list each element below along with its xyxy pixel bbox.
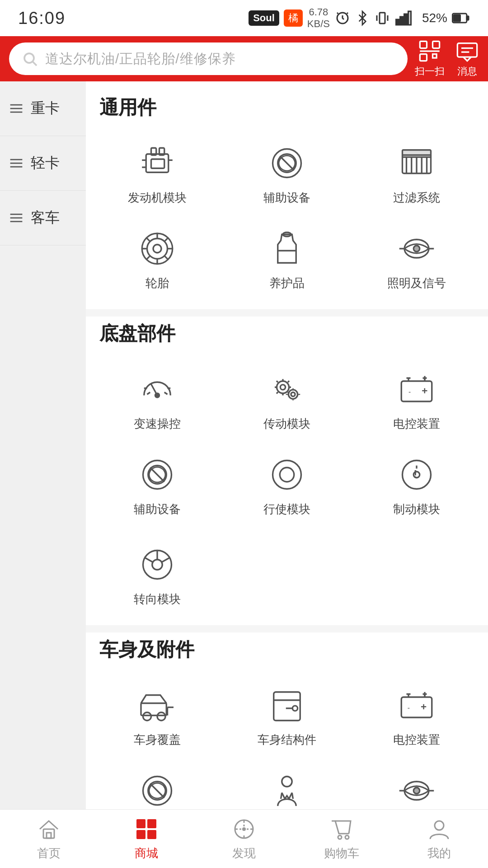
svg-rect-11 xyxy=(420,41,427,48)
svg-rect-13 xyxy=(420,54,427,61)
svg-text:+: + xyxy=(422,385,427,396)
svg-point-134 xyxy=(338,835,342,839)
driving-icon xyxy=(267,454,307,495)
nav-discover[interactable]: 发现 xyxy=(210,816,278,861)
driver-icon xyxy=(267,770,307,811)
svg-rect-32 xyxy=(151,159,164,168)
section-title-chassis: 底盘部件 xyxy=(99,321,479,346)
svg-point-70 xyxy=(288,390,297,399)
svg-point-96 xyxy=(157,712,165,721)
svg-rect-2 xyxy=(396,19,399,25)
scan-button[interactable]: 扫一扫 xyxy=(415,39,445,78)
home-icon xyxy=(36,816,61,842)
message-label: 消息 xyxy=(457,65,477,78)
sidebar-item-heavy-truck[interactable]: 重卡 xyxy=(0,81,86,136)
item-transmission-control[interactable]: 变速操控 xyxy=(95,360,220,441)
svg-line-64 xyxy=(147,392,150,395)
juanpi-app-icon: 橘 xyxy=(284,9,303,27)
search-input-wrap[interactable]: 道达尔机油/正品轮胎/维修保养 xyxy=(9,42,408,75)
item-body-structure[interactable]: 车身结构件 xyxy=(225,676,350,757)
svg-text:!: ! xyxy=(413,468,417,480)
nav-mall[interactable]: 商城 xyxy=(113,816,180,861)
sidebar-item-bus[interactable]: 客车 xyxy=(0,191,86,245)
steering-icon xyxy=(137,544,178,585)
svg-point-136 xyxy=(435,821,444,830)
sidebar-item-light-truck[interactable]: 轻卡 xyxy=(0,136,86,191)
lighting2-icon xyxy=(396,770,437,811)
svg-rect-123 xyxy=(136,830,145,839)
cart-icon xyxy=(329,816,354,842)
battery-icon xyxy=(452,10,470,26)
divider-1 xyxy=(86,309,488,316)
scan-icon xyxy=(418,39,441,63)
nav-mine[interactable]: 我的 xyxy=(405,816,473,861)
vibrate-icon xyxy=(374,10,390,26)
brake-icon: ! xyxy=(396,454,437,495)
lighting-icon xyxy=(396,228,437,269)
item-auxiliary2[interactable]: 辅助设备 xyxy=(95,445,220,526)
svg-point-100 xyxy=(292,706,297,711)
item-auxiliary[interactable]: 辅助设备 xyxy=(225,134,350,215)
nav-home[interactable]: 首页 xyxy=(15,816,83,861)
battery-terminal2-icon: - + xyxy=(396,685,437,726)
svg-point-83 xyxy=(272,461,301,489)
divider-2 xyxy=(86,625,488,632)
item-steering-module[interactable]: 转向模块 xyxy=(95,535,220,616)
search-bar: 道达尔机油/正品轮胎/维修保养 扫一扫 消息 xyxy=(0,36,488,81)
search-actions: 扫一扫 消息 xyxy=(415,39,479,78)
grid-chassis-parts: 变速操控 传动模块 xyxy=(95,360,479,526)
nav-mall-label: 商城 xyxy=(135,845,158,861)
soul-app-icon: Soul xyxy=(249,10,279,26)
item-drive-module[interactable]: 传动模块 xyxy=(225,360,350,441)
search-icon xyxy=(22,51,38,67)
item-transmission-control-label: 变速操控 xyxy=(134,416,181,432)
item-electronic-control-label: 电控装置 xyxy=(393,416,440,432)
svg-rect-15 xyxy=(457,43,477,57)
svg-point-71 xyxy=(291,392,295,396)
svg-text:+: + xyxy=(421,701,427,712)
svg-point-84 xyxy=(280,467,294,482)
item-electronic-control2[interactable]: - + 电控装置 xyxy=(354,676,479,757)
item-brake-module[interactable]: ! 制动模块 xyxy=(354,445,479,526)
section-general-parts: 通用件 发动机模块 xyxy=(95,95,479,300)
grid-general-parts: 发动机模块 辅助设备 xyxy=(95,134,479,300)
oil-icon xyxy=(267,228,307,269)
svg-line-52 xyxy=(146,238,150,241)
svg-point-135 xyxy=(345,835,349,839)
speedometer-icon xyxy=(137,369,178,410)
item-engine-module[interactable]: 发动机模块 xyxy=(95,134,220,215)
svg-line-92 xyxy=(145,557,153,562)
item-filter[interactable]: 过滤系统 xyxy=(354,134,479,215)
search-placeholder: 道达尔机油/正品轮胎/维修保养 xyxy=(45,50,236,68)
svg-point-69 xyxy=(280,385,285,390)
svg-point-9 xyxy=(24,53,34,63)
item-tires[interactable]: 轮胎 xyxy=(95,219,220,300)
svg-rect-124 xyxy=(147,830,156,839)
svg-point-46 xyxy=(147,239,168,259)
nav-home-label: 首页 xyxy=(37,845,61,861)
svg-line-54 xyxy=(164,238,168,241)
svg-rect-3 xyxy=(400,17,403,25)
svg-line-10 xyxy=(33,62,37,66)
alarm-icon xyxy=(334,10,351,26)
item-body-cover[interactable]: 车身覆盖 xyxy=(95,676,220,757)
mine-icon xyxy=(427,816,452,842)
svg-rect-8 xyxy=(454,15,460,21)
engine-icon xyxy=(137,143,178,184)
message-button[interactable]: 消息 xyxy=(455,39,479,78)
item-driving-module[interactable]: 行使模块 xyxy=(225,445,350,526)
item-engine-module-label: 发动机模块 xyxy=(128,190,187,206)
item-lighting[interactable]: 照明及信号 xyxy=(354,219,479,300)
svg-rect-122 xyxy=(147,819,156,828)
item-electronic-control[interactable]: - + 电控装置 xyxy=(354,360,479,441)
item-auxiliary2-label: 辅助设备 xyxy=(134,501,181,517)
svg-line-93 xyxy=(162,557,170,562)
svg-point-112 xyxy=(282,777,292,787)
content-area: 通用件 发动机模块 xyxy=(86,81,488,868)
nav-discover-label: 发现 xyxy=(232,845,256,861)
item-body-structure-label: 车身结构件 xyxy=(258,732,316,748)
nav-cart[interactable]: 购物车 xyxy=(308,816,375,861)
scan-label: 扫一扫 xyxy=(415,65,445,78)
item-brake-module-label: 制动模块 xyxy=(393,501,440,517)
item-maintenance[interactable]: 养护品 xyxy=(225,219,350,300)
